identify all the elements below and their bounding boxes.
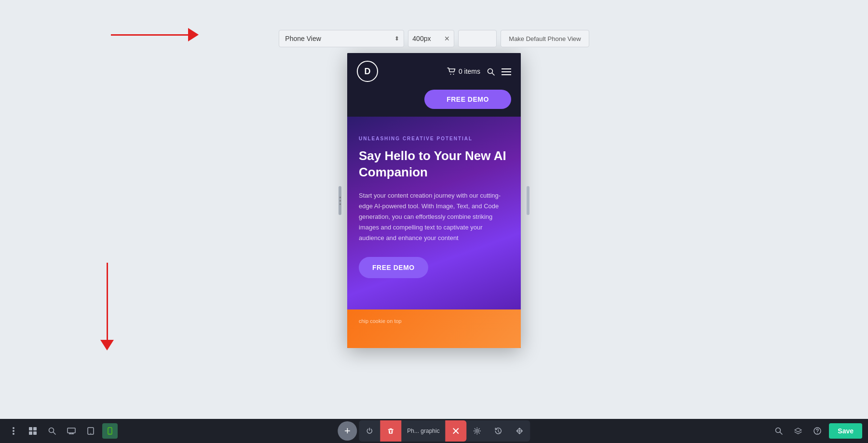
hero-body: Start your content creation journey with…	[359, 190, 509, 243]
svg-rect-12	[29, 431, 32, 435]
svg-point-30	[817, 433, 818, 434]
mobile-view-button[interactable]	[102, 423, 118, 439]
annotation-arrow-down	[100, 263, 114, 350]
width-input-wrapper: 400px ✕	[408, 30, 454, 47]
canvas-area: D 0 items	[0, 0, 868, 419]
lower-text: chip cookie on top	[359, 317, 509, 325]
cart-count: 0 items	[459, 67, 480, 75]
handle-dot	[339, 200, 341, 201]
extra-input-field[interactable]	[458, 30, 497, 47]
desktop-view-button[interactable]	[64, 423, 79, 439]
search-button[interactable]	[44, 423, 60, 439]
annotation-arrow-right	[111, 28, 199, 41]
svg-point-8	[13, 430, 14, 432]
layout-grid-button[interactable]	[25, 423, 41, 439]
power-button[interactable]	[359, 420, 380, 442]
resize-handle-right[interactable]	[527, 186, 529, 215]
delete-button[interactable]	[380, 420, 401, 442]
arrow-line-vertical	[107, 263, 108, 340]
close-button[interactable]	[446, 420, 467, 442]
move-button[interactable]	[509, 420, 530, 442]
help-button[interactable]	[810, 423, 825, 439]
svg-point-7	[13, 427, 14, 429]
phone-nav: D 0 items	[347, 53, 521, 90]
svg-rect-11	[33, 427, 37, 430]
add-element-button[interactable]: +	[338, 421, 357, 441]
handle-dot	[339, 197, 341, 198]
arrow-head-down	[100, 340, 114, 350]
layers-button[interactable]	[790, 423, 806, 439]
width-input[interactable]: 400px	[412, 35, 441, 42]
svg-rect-10	[29, 427, 32, 430]
svg-rect-13	[33, 431, 37, 435]
history-button[interactable]	[488, 420, 509, 442]
more-options-button[interactable]	[6, 423, 21, 439]
svg-line-3	[492, 73, 495, 75]
make-default-view-button[interactable]: Make Default Phone View	[501, 30, 589, 47]
divi-logo: D	[357, 61, 378, 82]
element-pill: Ph... graphic	[359, 420, 530, 442]
free-demo-nav: FREE DEMO	[347, 90, 521, 117]
svg-point-9	[13, 433, 14, 435]
clear-width-button[interactable]: ✕	[444, 35, 450, 42]
right-tools: Save	[771, 423, 862, 439]
hamburger-icon[interactable]	[502, 67, 511, 76]
search-icon[interactable]	[487, 67, 495, 76]
cart-icon: 0 items	[447, 67, 480, 75]
nav-right: 0 items	[447, 67, 511, 76]
search-right-button[interactable]	[771, 423, 787, 439]
arrow-head-right	[188, 28, 199, 41]
phone-hero-section: UNLEASHING CREATIVE POTENTIAL Say Hello …	[347, 117, 521, 309]
svg-point-26	[476, 430, 478, 432]
phone-preview-wrapper: D 0 items	[347, 53, 521, 348]
view-select-wrapper: Phone View Tablet View Desktop View ⬍	[279, 30, 404, 47]
settings-button[interactable]	[467, 420, 488, 442]
bottom-toolbar: + Ph... graphic	[0, 419, 868, 443]
hero-title: Say Hello to Your New AI Companion	[359, 148, 509, 181]
center-controls: + Ph... graphic	[338, 420, 530, 442]
svg-line-28	[780, 432, 783, 435]
view-select[interactable]: Phone View Tablet View Desktop View	[279, 30, 404, 47]
tablet-view-button[interactable]	[83, 423, 98, 439]
svg-point-23	[109, 433, 110, 434]
svg-rect-16	[68, 428, 75, 433]
phone-preview: D 0 items	[347, 53, 521, 348]
element-label: Ph... graphic	[401, 428, 445, 434]
hero-subtitle: UNLEASHING CREATIVE POTENTIAL	[359, 136, 509, 141]
svg-line-15	[54, 432, 56, 435]
arrow-line-horizontal	[111, 34, 188, 36]
save-button[interactable]: Save	[829, 423, 862, 439]
handle-dot	[339, 203, 341, 205]
left-tools	[0, 423, 123, 439]
svg-point-1	[453, 74, 454, 75]
resize-handle-left[interactable]	[339, 186, 341, 215]
svg-point-0	[450, 74, 451, 75]
phone-lower-section: chip cookie on top	[347, 309, 521, 348]
nav-free-demo-button[interactable]: FREE DEMO	[424, 90, 511, 109]
hero-cta-button[interactable]: FREE DEMO	[359, 257, 428, 278]
svg-point-21	[90, 433, 91, 434]
